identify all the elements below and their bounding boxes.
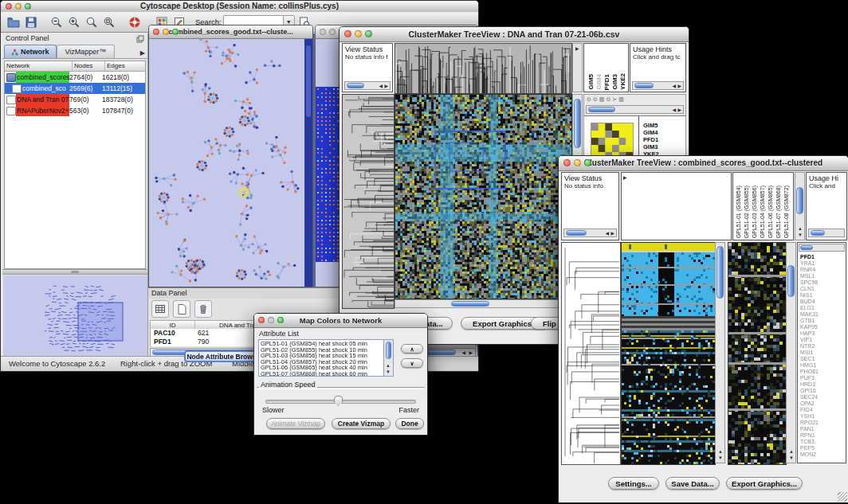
scroll-thumb[interactable] <box>787 265 795 297</box>
scroll-thumb[interactable] <box>451 301 489 307</box>
mini-settings-icon[interactable]: ▥ <box>618 96 624 103</box>
col-id[interactable]: ID <box>151 321 195 329</box>
minimize-icon[interactable] <box>329 29 336 35</box>
heatmap-canvas[interactable] <box>621 242 716 465</box>
scroll-thumb[interactable] <box>574 99 581 148</box>
scroll-left-icon[interactable]: ◀ <box>672 83 676 90</box>
heatmap-vscroll[interactable]: ▲ ▼ <box>715 242 725 463</box>
scroll-right-icon[interactable]: ▶ <box>384 83 388 90</box>
secondary-heatmap-canvas[interactable] <box>728 242 787 465</box>
scroll-thumb[interactable] <box>811 230 825 236</box>
settings-button[interactable]: Settings... <box>608 477 659 490</box>
view-status-hscroll[interactable]: ◀ ▶ <box>344 81 391 90</box>
dialog-titlebar[interactable]: Map Colors to Network <box>254 314 427 328</box>
scroll-down-icon[interactable]: ▼ <box>798 232 803 239</box>
network-list-row[interactable]: DNA and Tran 07769(0)183728(0) <box>5 94 145 105</box>
animate-vizmap-button[interactable]: Animate Vizmap <box>266 418 325 429</box>
network-overview-canvas[interactable] <box>3 275 147 357</box>
tab-network[interactable]: Network <box>4 45 57 58</box>
zoom-selected-icon[interactable] <box>84 14 100 30</box>
close-icon[interactable] <box>153 29 159 35</box>
scroll-left-icon[interactable]: ◀ <box>605 230 609 237</box>
close-icon[interactable] <box>258 317 265 323</box>
scroll-thumb[interactable] <box>588 107 615 112</box>
network-list-row[interactable]: combined_sco2569(6)13112(15) <box>5 83 145 94</box>
scroll-down-icon[interactable]: ▼ <box>386 369 391 376</box>
move-down-button[interactable]: ∨ <box>401 358 423 368</box>
subpanel-hscroll[interactable]: ◀ ▶ <box>586 105 684 114</box>
scroll-thumb[interactable] <box>347 83 364 88</box>
col-edges[interactable]: Edges <box>105 61 145 71</box>
resize-grip[interactable] <box>838 492 847 502</box>
scroll-right-icon[interactable]: ▶ <box>677 83 681 90</box>
mini-copy-icon[interactable]: ▥ <box>599 96 605 103</box>
save-data-button[interactable]: Save Data... <box>665 477 720 490</box>
zoom-window-icon[interactable] <box>584 159 591 166</box>
export-graphics-button[interactable]: Export Graphics... <box>726 477 803 490</box>
column-labels-vscroll[interactable]: ▲ ▼ <box>795 172 805 240</box>
column-dendrogram-canvas[interactable] <box>395 43 572 94</box>
minimize-icon[interactable] <box>268 317 274 323</box>
network-list-row[interactable]: combined_scores2764(0)16218(0) <box>5 72 145 83</box>
view-status-hscroll[interactable]: ◀ ▶ <box>563 229 617 237</box>
close-icon[interactable] <box>563 159 571 166</box>
open-icon[interactable] <box>6 14 22 30</box>
heatmap-hscroll[interactable]: ◀ ▶ <box>395 299 572 308</box>
zoom-window-icon[interactable] <box>365 30 372 37</box>
new-document-icon[interactable] <box>173 300 190 318</box>
attribute-items[interactable]: GPL51-01 (GSM854) heat shock 05 minGPL51… <box>259 341 384 377</box>
scroll-thumb[interactable] <box>386 342 391 359</box>
column-tree-panel[interactable]: ▶ <box>621 172 732 240</box>
network-canvas[interactable] <box>150 39 305 287</box>
row-dendrogram-canvas[interactable] <box>561 242 621 465</box>
network-view-titlebar[interactable]: combined_scores_good.txt--cluste... <box>149 25 312 39</box>
gene-labels-hscroll[interactable] <box>799 244 845 252</box>
mini-zoom-icon[interactable]: ⊙ <box>587 96 591 103</box>
trash-icon[interactable] <box>194 300 212 318</box>
scroll-right-icon[interactable]: ▶ <box>610 230 614 237</box>
done-button[interactable]: Done <box>395 418 424 429</box>
treeview1-titlebar[interactable]: ClusterMaker TreeView : DNA and Tran 07-… <box>340 27 689 42</box>
attribute-list[interactable]: GPL51-01 (GSM854) heat shock 05 minGPL51… <box>258 339 394 377</box>
speed-slider-thumb[interactable] <box>334 396 343 406</box>
mini-flip-icon[interactable]: ≻ <box>612 96 617 103</box>
tab-vizmapper[interactable]: VizMapper™ <box>57 45 116 58</box>
attribute-list-vscroll[interactable]: ▲ ▼ <box>383 340 393 376</box>
create-vizmap-button[interactable]: Create Vizmap <box>332 418 391 429</box>
heatmap-canvas[interactable] <box>395 94 572 299</box>
scroll-thumb[interactable] <box>716 246 724 299</box>
zoom-in-icon[interactable] <box>66 14 82 30</box>
network-vertical-scrollbar[interactable] <box>304 39 312 287</box>
scroll-right-icon[interactable]: ▶ <box>677 107 681 114</box>
expand-icon[interactable]: ▶ <box>623 174 627 182</box>
close-icon[interactable] <box>320 29 326 35</box>
zoom-out-icon[interactable] <box>49 14 65 30</box>
attribute-item[interactable]: GPL51-07 (GSM868) heat shock 60 min <box>259 371 384 377</box>
scroll-left-icon[interactable]: ◀ <box>672 107 676 114</box>
scroll-down-icon[interactable]: ▼ <box>789 455 794 462</box>
row-dendrogram-canvas[interactable] <box>342 94 395 309</box>
minimize-icon[interactable] <box>15 3 22 10</box>
zoom-window-icon[interactable] <box>172 29 179 35</box>
close-icon[interactable] <box>344 30 351 37</box>
scroll-thumb[interactable] <box>796 187 803 214</box>
close-icon[interactable] <box>6 3 12 10</box>
secondary-vscroll[interactable]: ▲ ▼ <box>786 242 796 463</box>
scroll-down-icon[interactable]: ▼ <box>718 455 723 462</box>
minimize-icon[interactable] <box>574 159 581 166</box>
minimize-icon[interactable] <box>355 30 362 37</box>
zoom-window-icon[interactable] <box>25 3 31 10</box>
table-grid-icon[interactable] <box>151 300 169 318</box>
scroll-left-icon[interactable]: ◀ <box>379 83 383 90</box>
mini-search-icon[interactable]: ⊙ <box>593 96 598 103</box>
tab-node-attribute-browser[interactable]: Node Attribute Brows <box>184 350 259 362</box>
save-icon[interactable] <box>23 14 39 30</box>
splitter-handle[interactable] <box>2 269 147 275</box>
zoom-fit-icon[interactable] <box>101 14 117 30</box>
col-network[interactable]: Network <box>5 61 73 71</box>
expand-icon[interactable]: ▶ <box>575 45 579 53</box>
mini-export-icon[interactable]: ⊙ <box>606 96 610 103</box>
zoom-window-icon[interactable] <box>277 317 284 323</box>
scroll-thumb[interactable] <box>566 230 587 236</box>
usage-hints-hscroll[interactable] <box>808 229 845 237</box>
